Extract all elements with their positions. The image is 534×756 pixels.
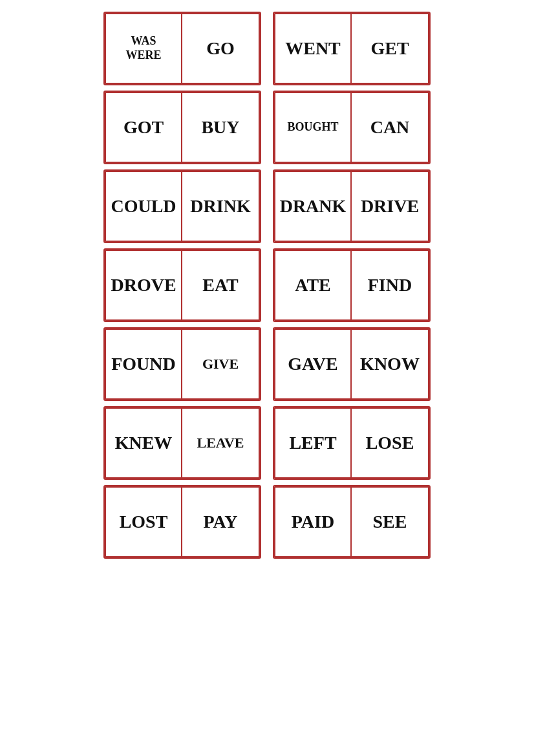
cell-1-1-1: CAN	[352, 92, 429, 163]
domino-5-0: KNEWLEAVE	[103, 406, 261, 480]
cell-5-0-1: LEAVE	[182, 407, 260, 479]
cell-3-1-0: ATE	[274, 250, 352, 321]
cell-2-1-0: DRANK	[274, 171, 352, 242]
cell-3-0-1: EAT	[182, 250, 260, 321]
domino-3-1: ATEFIND	[273, 248, 431, 322]
cell-4-0-0: FOUND	[105, 329, 182, 400]
cell-6-1-1: SEE	[352, 486, 429, 557]
domino-5-1: LEFTLOSE	[273, 406, 431, 480]
cell-4-0-1: GIVE	[182, 329, 260, 400]
domino-4-1: GAVEKNOW	[273, 327, 431, 401]
domino-1-0: GOTBUY	[103, 91, 261, 164]
row-6: LOSTPAYPAIDSEE	[12, 485, 522, 559]
cell-0-0-1: GO	[182, 13, 260, 84]
domino-0-0: WAS WEREGO	[103, 12, 261, 85]
cell-2-0-0: COULD	[105, 171, 182, 242]
domino-6-1: PAIDSEE	[273, 485, 431, 559]
cell-5-1-1: LOSE	[352, 407, 429, 479]
cell-1-0-1: BUY	[182, 92, 260, 163]
row-0: WAS WEREGOWENTGET	[12, 12, 522, 85]
domino-2-1: DRANKDRIVE	[273, 169, 431, 243]
row-2: COULDDRINKDRANKDRIVE	[12, 169, 522, 243]
row-1: GOTBUYBOUGHTCAN	[12, 91, 522, 164]
domino-2-0: COULDDRINK	[103, 169, 261, 243]
cell-1-0-0: GOT	[105, 92, 182, 163]
row-5: KNEWLEAVELEFTLOSE	[12, 406, 522, 480]
row-3: DROVEEATATEFIND	[12, 248, 522, 322]
cell-5-1-0: LEFT	[274, 407, 352, 479]
cell-0-0-0: WAS WERE	[105, 13, 182, 84]
cell-3-0-0: DROVE	[105, 250, 182, 321]
cell-3-1-1: FIND	[352, 250, 429, 321]
domino-4-0: FOUNDGIVE	[103, 327, 261, 401]
domino-3-0: DROVEEAT	[103, 248, 261, 322]
cell-0-1-0: WENT	[274, 13, 352, 84]
cell-4-1-0: GAVE	[274, 329, 352, 400]
cell-1-1-0: BOUGHT	[274, 92, 352, 163]
cell-6-0-0: LOST	[105, 486, 182, 557]
domino-0-1: WENTGET	[273, 12, 431, 85]
page: WAS WEREGOWENTGETGOTBUYBOUGHTCANCOULDDRI…	[12, 12, 522, 559]
row-4: FOUNDGIVEGAVEKNOW	[12, 327, 522, 401]
cell-2-0-1: DRINK	[182, 171, 260, 242]
cell-2-1-1: DRIVE	[352, 171, 429, 242]
domino-1-1: BOUGHTCAN	[273, 91, 431, 164]
cell-4-1-1: KNOW	[352, 329, 429, 400]
cell-6-0-1: PAY	[182, 486, 260, 557]
domino-6-0: LOSTPAY	[103, 485, 261, 559]
cell-6-1-0: PAID	[274, 486, 352, 557]
cell-0-1-1: GET	[352, 13, 429, 84]
cell-5-0-0: KNEW	[105, 407, 182, 479]
